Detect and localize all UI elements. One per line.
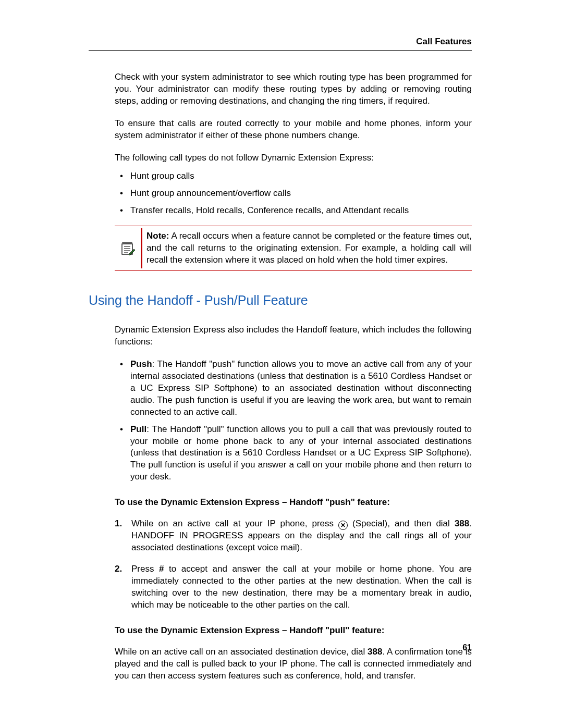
step-text-part: Press (131, 564, 159, 574)
note-callout: Note: A recall occurs when a feature can… (115, 226, 472, 271)
dial-code: 388 (455, 519, 469, 528)
section-heading: Using the Handoff - Push/Pull Feature (89, 292, 472, 310)
hash-key: # (159, 564, 164, 574)
call-types-list: Hunt group calls Hunt group announcement… (115, 170, 472, 217)
notepad-icon (120, 241, 136, 256)
header-title: Call Features (416, 36, 472, 47)
step-number: 1. (115, 518, 122, 530)
list-item: Hunt group announcement/overflow calls (115, 188, 472, 200)
list-item: Push: The Handoff "push" function allows… (115, 359, 472, 418)
intro-paragraph-1: Check with your system administrator to … (115, 71, 472, 107)
push-text: : The Handoff "push" function allows you… (130, 359, 472, 417)
push-label: Push (130, 359, 152, 369)
step-text-part: (Special), and then dial (348, 519, 455, 528)
push-procedure-heading: To use the Dynamic Extension Express – H… (115, 497, 472, 509)
note-icon-cell (115, 228, 141, 268)
dial-code: 388 (368, 647, 382, 657)
list-item-text: Transfer recalls, Hold recalls, Conferen… (130, 205, 409, 215)
list-item-text: Hunt group calls (130, 171, 194, 181)
page-number: 61 (462, 643, 472, 652)
special-key-icon: ✕ (338, 521, 348, 530)
note-text: Note: A recall occurs when a feature can… (141, 228, 472, 268)
list-item: Pull: The Handoff "pull" function allows… (115, 424, 472, 484)
pull-label: Pull (130, 424, 146, 434)
note-body: A recall occurs when a feature cannot be… (146, 231, 472, 265)
pull-text-part: While on an active call on an associated… (115, 647, 368, 657)
push-steps-list: 1. While on an active call at your IP ph… (115, 518, 472, 611)
section-intro: Dynamic Extension Express also includes … (115, 324, 472, 348)
step-number: 2. (115, 563, 122, 575)
pull-text: : The Handoff "pull" function allows you… (130, 424, 472, 482)
pull-paragraph: While on an active call on an associated… (115, 646, 472, 682)
list-item: Hunt group calls (115, 170, 472, 182)
step-text-part: While on an active call at your IP phone… (131, 519, 338, 528)
list-item-text: Hunt group announcement/overflow calls (130, 188, 291, 198)
handoff-functions-list: Push: The Handoff "push" function allows… (115, 359, 472, 483)
note-label: Note: (146, 231, 169, 241)
step-item: 2. Press # to accept and answer the call… (115, 563, 472, 611)
step-text-part: to accept and answer the call at your mo… (131, 564, 472, 610)
page-header: Call Features (89, 36, 472, 51)
intro-paragraph-3: The following call types do not follow D… (115, 152, 472, 164)
list-item: Transfer recalls, Hold recalls, Conferen… (115, 205, 472, 217)
page-body: Check with your system administrator to … (89, 71, 472, 682)
document-page: Call Features Check with your system adm… (0, 0, 563, 728)
intro-paragraph-2: To ensure that calls are routed correctl… (115, 118, 472, 142)
step-item: 1. While on an active call at your IP ph… (115, 518, 472, 554)
pull-procedure-heading: To use the Dynamic Extension Express – H… (115, 625, 472, 637)
